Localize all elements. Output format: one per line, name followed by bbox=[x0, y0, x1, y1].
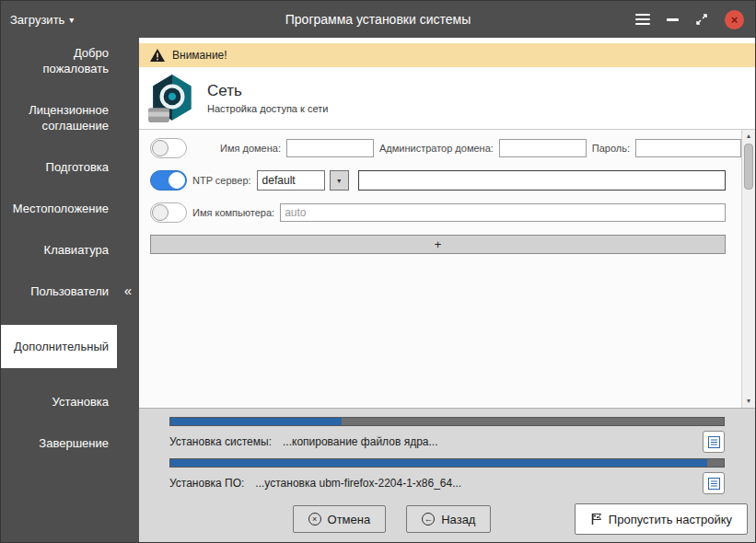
software-log-button[interactable] bbox=[703, 472, 725, 494]
back-button[interactable]: ← Назад bbox=[406, 505, 491, 533]
back-arrow-icon: ← bbox=[422, 513, 435, 526]
scroll-down-icon[interactable]: ▼ bbox=[742, 395, 755, 408]
cancel-icon: × bbox=[308, 513, 321, 526]
hostname-label: Имя компьютера: bbox=[192, 207, 274, 218]
sidebar-item-additional[interactable]: Дополнительный bbox=[1, 325, 117, 368]
password-label: Пароль: bbox=[592, 143, 630, 154]
domain-toggle[interactable] bbox=[150, 138, 187, 158]
log-icon bbox=[707, 435, 721, 449]
window-controls: × bbox=[635, 1, 744, 38]
ntp-label: NTP сервер: bbox=[192, 175, 251, 186]
collapse-sidebar-button[interactable]: « bbox=[124, 283, 132, 298]
ntp-server-select[interactable]: default bbox=[257, 170, 325, 191]
scroll-up-icon[interactable]: ▲ bbox=[742, 130, 755, 143]
warning-banner: Внимание! bbox=[139, 43, 755, 67]
log-icon bbox=[707, 477, 721, 491]
system-install-status: ...копирование файлов ядра... bbox=[283, 435, 437, 448]
domain-name-input[interactable] bbox=[286, 139, 374, 157]
password-input[interactable] bbox=[635, 139, 741, 157]
sidebar-item-preparation[interactable]: Подготовка bbox=[1, 159, 117, 175]
flag-icon bbox=[590, 513, 602, 526]
cancel-button-label: Отмена bbox=[328, 513, 371, 526]
software-install-label: Установка ПО: bbox=[169, 477, 244, 490]
minimize-icon[interactable] bbox=[667, 18, 679, 21]
section-header-text: Сеть Настройка доступа к сети bbox=[207, 82, 328, 114]
sidebar-item-completion[interactable]: Завершение bbox=[1, 435, 117, 451]
resize-icon[interactable] bbox=[695, 13, 708, 26]
sidebar-item-keyboard[interactable]: Клавиатура bbox=[1, 242, 117, 258]
load-button-label: Загрузить bbox=[10, 13, 64, 27]
page-title: Сеть bbox=[207, 82, 328, 100]
installer-window: Загрузить ▾ Программа установки системы … bbox=[0, 0, 756, 543]
vertical-scrollbar: ▲ ▼ bbox=[741, 130, 755, 408]
ntp-toggle[interactable] bbox=[150, 170, 187, 191]
software-install-status-row: Установка ПО: ...установка ubm-firefox-2… bbox=[169, 472, 725, 494]
sidebar-item-license[interactable]: Лицензионное соглашение bbox=[1, 102, 117, 133]
page-subtitle: Настройка доступа к сети bbox=[207, 103, 328, 114]
progress-fill bbox=[170, 459, 707, 467]
hostname-toggle[interactable] bbox=[150, 202, 187, 223]
add-entry-button[interactable]: + bbox=[150, 235, 726, 254]
toggle-knob bbox=[152, 140, 169, 156]
domain-name-label: Имя домена: bbox=[220, 143, 281, 154]
section-header: Сеть Настройка доступа к сети bbox=[139, 67, 755, 130]
hostname-input[interactable] bbox=[280, 203, 726, 222]
system-log-button[interactable] bbox=[703, 431, 725, 453]
warning-label: Внимание! bbox=[172, 49, 227, 62]
sidebar-collapse-strip: « bbox=[117, 38, 139, 542]
skip-setup-button[interactable]: Пропустить настройку bbox=[575, 503, 748, 535]
select-dropdown-icon[interactable]: ▼ bbox=[330, 170, 349, 191]
system-install-label: Установка системы: bbox=[169, 435, 272, 448]
ntp-server-input[interactable] bbox=[358, 170, 726, 191]
software-install-status: ...установка ubm-firefox-2204-1-x86_64..… bbox=[255, 477, 461, 490]
network-module-logo-icon bbox=[146, 73, 198, 124]
titlebar: Загрузить ▾ Программа установки системы … bbox=[1, 1, 755, 38]
close-icon[interactable]: × bbox=[725, 10, 744, 29]
sidebar-item-installation[interactable]: Установка bbox=[1, 394, 117, 410]
software-install-progressbar bbox=[169, 458, 725, 468]
system-install-status-row: Установка системы: ...копирование файлов… bbox=[169, 431, 725, 453]
menu-icon[interactable] bbox=[635, 14, 650, 25]
back-button-label: Назад bbox=[441, 513, 475, 526]
progress-panel: Установка системы: ...копирование файлов… bbox=[139, 408, 755, 542]
sidebar-item-users[interactable]: Пользователи bbox=[1, 283, 117, 299]
toggle-knob bbox=[152, 204, 169, 221]
app-body: Добро пожаловать Лицензионное соглашение… bbox=[1, 38, 755, 542]
main-area: Внимание! Сеть Настройка доступа к сети bbox=[139, 38, 755, 542]
chevron-down-icon: ▾ bbox=[69, 15, 74, 25]
load-button[interactable]: Загрузить ▾ bbox=[10, 13, 74, 27]
skip-setup-label: Пропустить настройку bbox=[609, 513, 732, 526]
ntp-row: NTP сервер: default ▼ bbox=[150, 170, 726, 191]
cancel-button[interactable]: × Отмена bbox=[293, 505, 387, 533]
toggle-knob bbox=[169, 172, 185, 189]
progress-fill bbox=[170, 418, 342, 425]
settings-scroll-area: Имя домена: Администратор домена: Пароль… bbox=[139, 130, 755, 408]
domain-admin-input[interactable] bbox=[499, 139, 587, 157]
hostname-row: Имя компьютера: bbox=[150, 202, 726, 223]
sidebar-item-location[interactable]: Местоположение bbox=[1, 201, 117, 216]
domain-admin-label: Администратор домена: bbox=[379, 143, 494, 154]
scrollbar-thumb[interactable] bbox=[744, 144, 753, 190]
sidebar-item-welcome[interactable]: Добро пожаловать bbox=[1, 45, 117, 76]
system-install-progressbar bbox=[169, 417, 725, 426]
domain-row: Имя домена: Администратор домена: Пароль… bbox=[150, 138, 726, 158]
sidebar: Добро пожаловать Лицензионное соглашение… bbox=[1, 38, 117, 542]
warning-icon bbox=[150, 49, 165, 62]
network-form: Имя домена: Администратор домена: Пароль… bbox=[139, 130, 755, 254]
